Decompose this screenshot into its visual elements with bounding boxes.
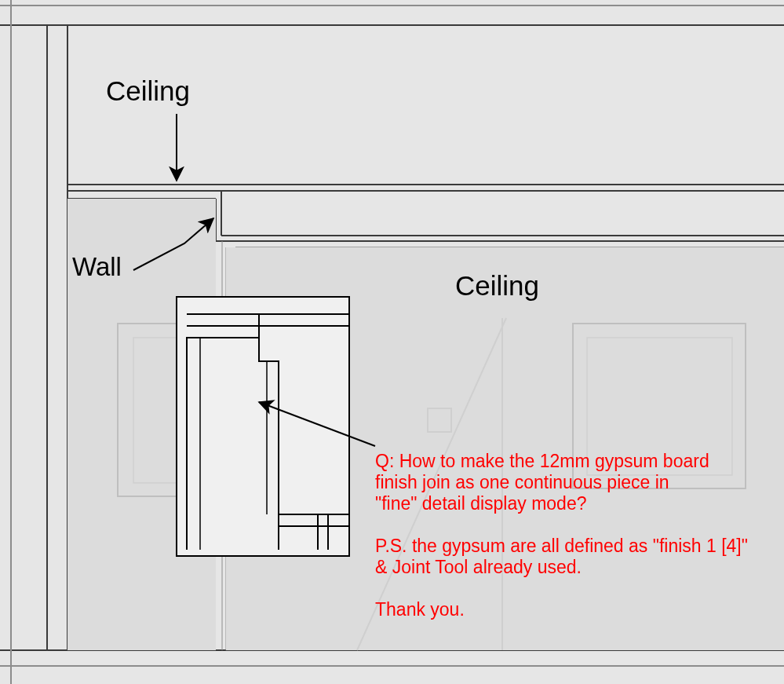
annotation-q1: Q: How to make the 12mm gypsum board (375, 451, 709, 471)
annotation-q3: "fine" detail display mode? (375, 493, 587, 514)
annotation-ps2: & Joint Tool already used. (375, 557, 582, 577)
section-drawing: Ceiling Wall Ceiling Q: How to make the … (0, 0, 784, 684)
annotation-q2: finish join as one continuous piece in (375, 472, 669, 492)
label-ceiling-lower: Ceiling (455, 270, 539, 301)
annotation-ps1: P.S. the gypsum are all defined as "fini… (375, 536, 748, 556)
label-ceiling-upper: Ceiling (106, 75, 190, 106)
label-wall: Wall (72, 252, 122, 281)
annotation-thanks: Thank you. (375, 599, 465, 620)
